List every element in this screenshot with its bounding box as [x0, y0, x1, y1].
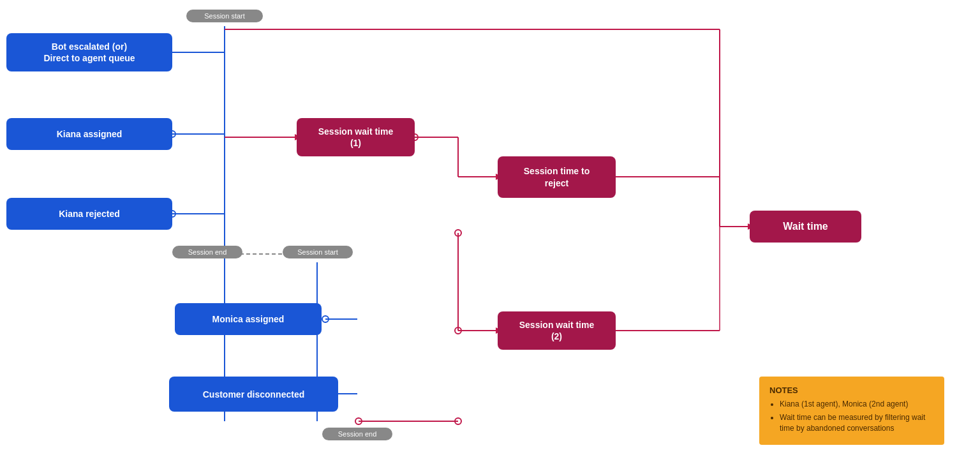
session-end-2-label: Session end	[322, 428, 392, 440]
customer-disconnected-node: Customer disconnected	[169, 377, 338, 412]
notes-item-2: Wait time can be measured by filtering w…	[780, 412, 934, 434]
kiana-assigned-node: Kiana assigned	[6, 118, 172, 150]
notes-title: NOTES	[769, 385, 934, 395]
session-end-1-label: Session end	[172, 246, 242, 258]
session-start-1-label: Session start	[186, 10, 263, 22]
notes-box: NOTES Kiana (1st agent), Monica (2nd age…	[759, 377, 944, 445]
session-wait-time-1-node: Session wait time (1)	[297, 118, 415, 156]
session-wait-time-2-node: Session wait time (2)	[498, 311, 616, 350]
notes-item-1: Kiana (1st agent), Monica (2nd agent)	[780, 399, 934, 410]
svg-point-34	[455, 418, 461, 424]
diagram-container: Session start Bot escalated (or) Direct …	[0, 0, 980, 471]
svg-point-27	[455, 327, 461, 334]
kiana-rejected-node: Kiana rejected	[6, 198, 172, 230]
notes-list: Kiana (1st agent), Monica (2nd agent) Wa…	[769, 399, 934, 433]
session-time-to-reject-node: Session time to reject	[498, 156, 616, 198]
svg-point-33	[355, 418, 362, 424]
svg-point-26	[455, 230, 461, 236]
monica-assigned-node: Monica assigned	[175, 303, 322, 335]
bot-escalated-node: Bot escalated (or) Direct to agent queue	[6, 33, 172, 71]
session-start-2-label: Session start	[283, 246, 353, 258]
svg-point-22	[322, 316, 329, 322]
wait-time-node: Wait time	[750, 211, 861, 243]
